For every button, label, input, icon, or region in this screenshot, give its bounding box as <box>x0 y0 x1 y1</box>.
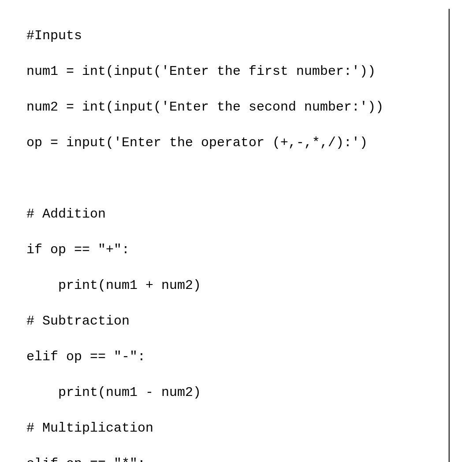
code-line: num1 = int(input('Enter the first number… <box>26 63 440 81</box>
code-line: # Addition <box>26 205 440 223</box>
code-line: if op == "+": <box>26 241 440 259</box>
code-line <box>26 170 440 188</box>
code-line: # Multiplication <box>26 419 440 437</box>
code-block: #Inputs num1 = int(input('Enter the firs… <box>26 9 450 462</box>
code-line: elif op == "*": <box>26 455 440 462</box>
code-line: # Subtraction <box>26 312 440 330</box>
code-line: op = input('Enter the operator (+,-,*,/)… <box>26 134 440 152</box>
code-line: print(num1 - num2) <box>26 384 440 402</box>
code-line: num2 = int(input('Enter the second numbe… <box>26 98 440 116</box>
code-line: #Inputs <box>26 27 440 45</box>
code-line: print(num1 + num2) <box>26 277 440 295</box>
code-line: elif op == "-": <box>26 348 440 366</box>
